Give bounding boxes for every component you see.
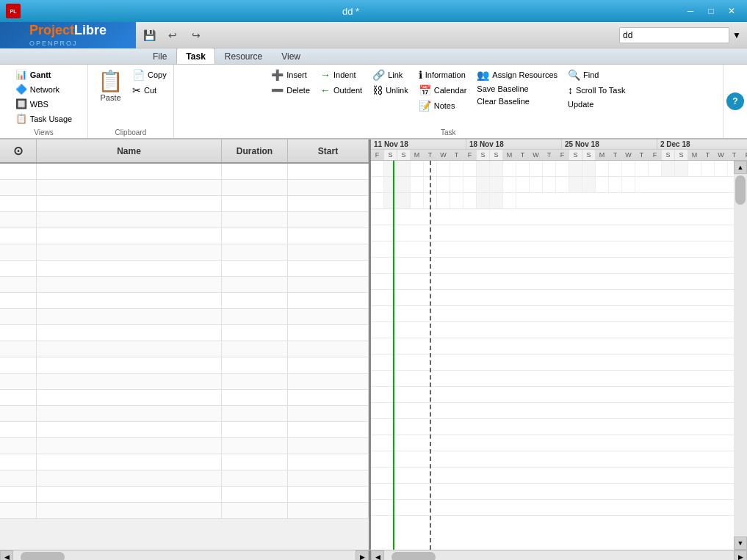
- row-name[interactable]: [37, 341, 222, 357]
- row-duration[interactable]: [222, 390, 288, 405]
- table-row[interactable]: [0, 196, 369, 212]
- row-name[interactable]: [37, 277, 222, 292]
- scroll-down-button[interactable]: ▼: [734, 537, 747, 550]
- row-duration[interactable]: [222, 374, 288, 389]
- row-duration[interactable]: [222, 487, 288, 502]
- paste-button[interactable]: 📋 Paste: [93, 68, 129, 106]
- row-name[interactable]: [37, 438, 222, 454]
- unlink-button[interactable]: ⛓ Unlink: [370, 83, 411, 98]
- row-duration[interactable]: [222, 196, 288, 211]
- table-row[interactable]: [0, 357, 369, 374]
- table-row[interactable]: [0, 244, 369, 261]
- table-row[interactable]: [0, 454, 369, 470]
- vertical-scrollbar[interactable]: ▲ ▼: [734, 161, 747, 550]
- row-name[interactable]: [37, 309, 222, 324]
- row-start[interactable]: [288, 422, 369, 437]
- row-start[interactable]: [288, 454, 369, 470]
- row-start[interactable]: [288, 180, 369, 195]
- row-name[interactable]: [37, 325, 222, 341]
- view-gantt[interactable]: 📊 Gantt: [12, 68, 55, 81]
- calendar-button[interactable]: 📅 Calendar: [416, 83, 469, 98]
- row-start[interactable]: [288, 503, 369, 518]
- copy-button[interactable]: 📄 Copy: [130, 68, 169, 82]
- row-start[interactable]: [288, 470, 369, 486]
- row-name[interactable]: [37, 244, 222, 260]
- row-start[interactable]: [288, 261, 369, 276]
- cut-button[interactable]: ✂ Cut: [130, 83, 169, 98]
- tab-resource[interactable]: Resource: [215, 48, 272, 64]
- table-row[interactable]: [0, 503, 369, 519]
- row-start[interactable]: [288, 406, 369, 421]
- row-duration[interactable]: [222, 164, 288, 179]
- link-button[interactable]: 🔗 Link: [370, 68, 411, 82]
- row-name[interactable]: [37, 180, 222, 195]
- indent-button[interactable]: → Indent: [318, 68, 364, 82]
- table-row[interactable]: [0, 277, 369, 293]
- grid-scroll-thumb[interactable]: [21, 552, 65, 561]
- row-name[interactable]: [37, 374, 222, 389]
- table-row[interactable]: [0, 374, 369, 390]
- qa-redo-button[interactable]: ↪: [186, 25, 206, 46]
- gantt-scroll-track[interactable]: [384, 550, 734, 560]
- row-name[interactable]: [37, 293, 222, 308]
- row-name[interactable]: [37, 212, 222, 228]
- row-duration[interactable]: [222, 422, 288, 437]
- row-start[interactable]: [288, 341, 369, 357]
- row-name[interactable]: [37, 470, 222, 486]
- table-row[interactable]: [0, 228, 369, 244]
- row-name[interactable]: [37, 503, 222, 518]
- row-duration[interactable]: [222, 212, 288, 228]
- row-start[interactable]: [288, 277, 369, 292]
- delete-button[interactable]: ➖ Delete: [269, 83, 312, 98]
- row-start[interactable]: [288, 390, 369, 405]
- outdent-button[interactable]: ← Outdent: [318, 83, 364, 98]
- table-row[interactable]: [0, 309, 369, 325]
- table-row[interactable]: [0, 422, 369, 438]
- row-start[interactable]: [288, 357, 369, 373]
- row-duration[interactable]: [222, 438, 288, 454]
- table-row[interactable]: [0, 293, 369, 309]
- row-start[interactable]: [288, 196, 369, 211]
- table-row[interactable]: [0, 164, 369, 180]
- row-start[interactable]: [288, 293, 369, 308]
- qa-undo-button[interactable]: ↩: [162, 25, 183, 46]
- row-name[interactable]: [37, 196, 222, 211]
- row-duration[interactable]: [222, 503, 288, 518]
- table-row[interactable]: [0, 487, 369, 503]
- search-dropdown-button[interactable]: ▼: [732, 30, 741, 40]
- row-name[interactable]: [37, 422, 222, 437]
- row-name[interactable]: [37, 261, 222, 276]
- table-row[interactable]: [0, 325, 369, 341]
- minimize-button[interactable]: ─: [681, 3, 700, 19]
- row-start[interactable]: [288, 228, 369, 244]
- row-duration[interactable]: [222, 261, 288, 276]
- gantt-body[interactable]: ▲ ▼: [371, 161, 747, 550]
- row-duration[interactable]: [222, 470, 288, 486]
- row-duration[interactable]: [222, 277, 288, 292]
- table-row[interactable]: [0, 390, 369, 406]
- row-duration[interactable]: [222, 341, 288, 357]
- table-row[interactable]: [0, 212, 369, 228]
- find-button[interactable]: 🔍 Find: [566, 68, 627, 82]
- row-duration[interactable]: [222, 325, 288, 341]
- table-row[interactable]: [0, 180, 369, 196]
- row-start[interactable]: [288, 309, 369, 324]
- row-duration[interactable]: [222, 309, 288, 324]
- row-start[interactable]: [288, 487, 369, 502]
- gantt-scroll-right[interactable]: ▶: [734, 550, 747, 560]
- row-duration[interactable]: [222, 406, 288, 421]
- row-duration[interactable]: [222, 293, 288, 308]
- close-button[interactable]: ✕: [722, 3, 741, 19]
- search-input[interactable]: [619, 27, 729, 43]
- row-start[interactable]: [288, 438, 369, 454]
- row-start[interactable]: [288, 212, 369, 228]
- scroll-to-task-button[interactable]: ↕ Scroll To Task: [566, 83, 627, 98]
- row-start[interactable]: [288, 374, 369, 389]
- gantt-scroll-thumb[interactable]: [391, 552, 436, 561]
- table-row[interactable]: [0, 341, 369, 357]
- table-row[interactable]: [0, 438, 369, 454]
- row-duration[interactable]: [222, 357, 288, 373]
- tab-view[interactable]: View: [272, 48, 310, 64]
- table-row[interactable]: [0, 261, 369, 277]
- row-start[interactable]: [288, 164, 369, 179]
